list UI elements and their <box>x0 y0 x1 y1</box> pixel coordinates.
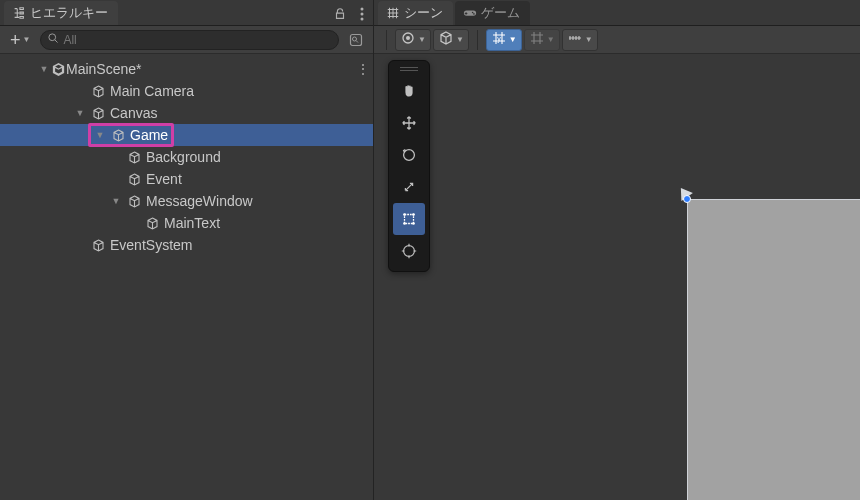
gameobject-icon <box>144 215 160 231</box>
panel-menu-icon[interactable] <box>351 3 373 25</box>
svg-rect-15 <box>405 215 414 224</box>
game-tab-icon <box>463 6 477 20</box>
dropdown-arrow-icon: ▼ <box>456 35 464 44</box>
scale-tool[interactable] <box>393 171 425 203</box>
scene-tab-label: シーン <box>404 4 443 22</box>
svg-point-0 <box>361 8 364 11</box>
ruler-icon <box>567 30 583 49</box>
drag-grip-icon[interactable] <box>393 65 425 73</box>
cube-icon <box>438 30 454 49</box>
unity-logo-icon <box>50 61 66 77</box>
lock-icon[interactable] <box>329 3 351 25</box>
dropdown-arrow-icon: ▼ <box>23 35 31 44</box>
2d-toggle-button[interactable]: ▼ <box>433 29 469 51</box>
rotate-tool[interactable] <box>393 139 425 171</box>
dropdown-arrow-icon: ▼ <box>547 35 555 44</box>
search-input[interactable] <box>63 33 332 47</box>
svg-point-3 <box>49 34 56 41</box>
gameobject-icon <box>90 83 106 99</box>
svg-point-6 <box>353 37 357 41</box>
draw-mode-button[interactable]: ▼ <box>395 29 431 51</box>
hierarchy-tree: ▼ MainScene* ⋮ Main Camera▼Canvas▼GameBa… <box>0 54 373 500</box>
hierarchy-row-label: EventSystem <box>110 237 192 253</box>
scene-panel: シーン ゲーム ▼ ▼ <box>374 0 860 500</box>
hierarchy-row[interactable]: EventSystem <box>0 234 373 256</box>
gameobject-icon <box>90 237 106 253</box>
gameobject-icon <box>126 171 142 187</box>
scene-tab-icon <box>386 6 400 20</box>
search-field[interactable] <box>40 30 339 50</box>
svg-point-1 <box>361 13 364 16</box>
hierarchy-row[interactable]: Background <box>0 146 373 168</box>
hand-tool[interactable] <box>393 75 425 107</box>
svg-point-11 <box>473 13 475 15</box>
search-icon <box>47 32 59 47</box>
hierarchy-row-label: Game <box>130 127 168 143</box>
expand-arrow-icon[interactable]: ▼ <box>110 196 122 206</box>
grid-snap-icon: y <box>491 30 507 49</box>
svg-point-20 <box>404 246 415 257</box>
gameobject-icon <box>126 149 142 165</box>
expand-arrow-icon[interactable]: ▼ <box>74 108 86 118</box>
hierarchy-tabbar: ヒエラルキー <box>0 0 373 26</box>
scene-viewport[interactable] <box>374 54 860 500</box>
grid-icon <box>529 30 545 49</box>
hierarchy-row-label: MessageWindow <box>146 193 253 209</box>
scene-tab[interactable]: シーン <box>378 1 453 25</box>
gameobject-icon <box>126 193 142 209</box>
svg-line-4 <box>55 40 58 43</box>
svg-text:y: y <box>497 35 501 43</box>
dropdown-arrow-icon: ▼ <box>418 35 426 44</box>
dropdown-arrow-icon: ▼ <box>585 35 593 44</box>
hierarchy-row[interactable]: MainText <box>0 212 373 234</box>
rect-tool[interactable] <box>393 203 425 235</box>
game-tab[interactable]: ゲーム <box>455 1 530 25</box>
gameobject-icon <box>90 105 106 121</box>
transform-tool[interactable] <box>393 235 425 267</box>
svg-line-7 <box>356 40 358 42</box>
hierarchy-row-label: Main Camera <box>110 83 194 99</box>
expand-arrow-icon[interactable]: ▼ <box>38 64 50 74</box>
svg-point-2 <box>361 18 364 21</box>
save-search-button[interactable] <box>345 30 367 50</box>
svg-point-10 <box>472 12 474 14</box>
draw-mode-icon <box>400 30 416 49</box>
snap-grid-button[interactable]: y ▼ <box>486 29 522 51</box>
snap-increment-button[interactable]: ▼ <box>524 29 560 51</box>
snap-settings-button[interactable]: ▼ <box>562 29 598 51</box>
hierarchy-row-label: Event <box>146 171 182 187</box>
svg-point-19 <box>412 222 415 225</box>
hierarchy-row-label: MainText <box>164 215 220 231</box>
svg-point-18 <box>403 222 406 225</box>
hierarchy-toolbar: + ▼ <box>0 26 373 54</box>
hierarchy-row[interactable]: Event <box>0 168 373 190</box>
rect-anchor-handle[interactable] <box>677 187 697 207</box>
hierarchy-row[interactable]: Main Camera <box>0 80 373 102</box>
scene-label: MainScene* <box>66 61 142 77</box>
svg-rect-9 <box>465 13 468 14</box>
svg-point-17 <box>412 213 415 216</box>
expand-arrow-icon[interactable]: ▼ <box>94 130 106 140</box>
add-button[interactable]: + ▼ <box>6 31 34 49</box>
scene-root-row[interactable]: ▼ MainScene* ⋮ <box>0 58 373 80</box>
hierarchy-panel: ヒエラルキー + ▼ <box>0 0 374 500</box>
scene-tabbar: シーン ゲーム <box>374 0 860 26</box>
canvas-rect-gizmo[interactable] <box>687 199 860 500</box>
dropdown-arrow-icon: ▼ <box>509 35 517 44</box>
gameobject-icon <box>110 127 126 143</box>
move-tool[interactable] <box>393 107 425 139</box>
hierarchy-icon <box>12 6 26 20</box>
scene-tools-floating <box>388 60 430 272</box>
hierarchy-row[interactable]: ▼MessageWindow <box>0 190 373 212</box>
scene-menu-icon[interactable]: ⋮ <box>353 61 373 77</box>
scene-toolbar: ▼ ▼ y ▼ ▼ ▼ <box>374 26 860 54</box>
hierarchy-tab-label: ヒエラルキー <box>30 4 108 22</box>
hierarchy-row[interactable]: ▼Game <box>0 124 373 146</box>
hierarchy-row-label: Background <box>146 149 221 165</box>
plus-icon: + <box>10 33 21 47</box>
svg-point-13 <box>406 36 410 40</box>
hierarchy-row[interactable]: ▼Canvas <box>0 102 373 124</box>
game-tab-label: ゲーム <box>481 4 520 22</box>
hierarchy-tab[interactable]: ヒエラルキー <box>4 1 118 25</box>
hierarchy-row-label: Canvas <box>110 105 157 121</box>
